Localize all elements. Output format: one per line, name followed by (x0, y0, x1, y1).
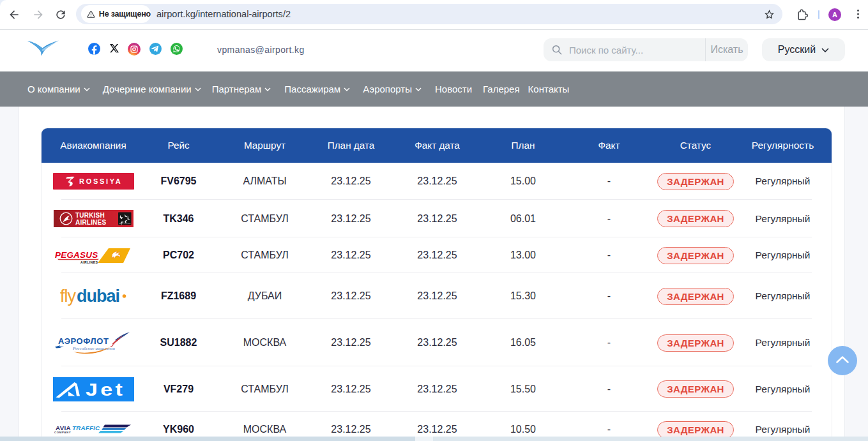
svg-text:fly: fly (60, 287, 77, 306)
svg-text:COMPANY: COMPANY (54, 431, 71, 434)
svg-text:Jet: Jet (86, 379, 125, 400)
svg-text:TRAFFIC: TRAFFIC (72, 424, 100, 431)
svg-text:AIRLINES: AIRLINES (80, 260, 98, 264)
svg-text:TURKISH: TURKISH (75, 212, 105, 219)
svg-text:Российские авиалинии: Российские авиалинии (72, 346, 116, 351)
svg-text:АЭРОФЛОТ: АЭРОФЛОТ (58, 336, 109, 346)
svg-text:PEGASUS: PEGASUS (55, 250, 98, 260)
svg-text:STAR ALLIANCE: STAR ALLIANCE (119, 223, 131, 225)
svg-text:ROSSIYA: ROSSIYA (79, 177, 122, 185)
svg-text:AIRLINES: AIRLINES (75, 219, 106, 226)
svg-text:AVIA: AVIA (56, 424, 71, 431)
svg-text:dubai: dubai (77, 287, 119, 306)
